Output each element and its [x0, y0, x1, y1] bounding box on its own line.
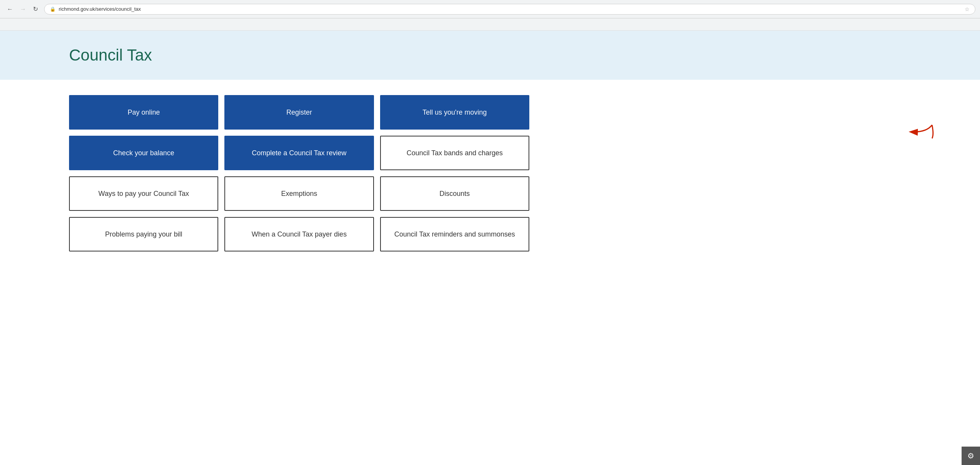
ways-to-pay-tile[interactable]: Ways to pay your Council Tax [69, 176, 218, 211]
address-bar[interactable]: 🔒 richmond.gov.uk/services/council_tax ☆ [44, 4, 975, 15]
arrow-annotation [903, 121, 934, 144]
payer-dies-tile[interactable]: When a Council Tax payer dies [224, 217, 374, 251]
problems-paying-tile[interactable]: Problems paying your bill [69, 217, 218, 251]
url-text: richmond.gov.uk/services/council_tax [59, 6, 962, 12]
complete-review-tile[interactable]: Complete a Council Tax review [224, 136, 374, 170]
bookmark-icon[interactable]: ☆ [965, 6, 970, 12]
back-button[interactable]: ← [5, 4, 15, 14]
browser-chrome: ← → ↻ 🔒 richmond.gov.uk/services/council… [0, 0, 980, 18]
nav-buttons: ← → ↻ [5, 4, 40, 14]
page-header: Council Tax [0, 31, 980, 80]
tiles-grid: Pay online Register Tell us you're movin… [69, 95, 529, 251]
discounts-tile[interactable]: Discounts [380, 176, 529, 211]
reminders-tile[interactable]: Council Tax reminders and summonses [380, 217, 529, 251]
lock-icon: 🔒 [50, 7, 56, 12]
tell-us-moving-tile[interactable]: Tell us you're moving [380, 95, 529, 130]
pay-online-tile[interactable]: Pay online [69, 95, 218, 130]
check-balance-tile[interactable]: Check your balance [69, 136, 218, 170]
refresh-button[interactable]: ↻ [31, 4, 40, 14]
page-title: Council Tax [69, 46, 980, 64]
bands-charges-tile[interactable]: Council Tax bands and charges [380, 136, 529, 170]
browser-toolbar [0, 18, 980, 31]
main-content: Pay online Register Tell us you're movin… [0, 80, 980, 267]
register-tile[interactable]: Register [224, 95, 374, 130]
exemptions-tile[interactable]: Exemptions [224, 176, 374, 211]
forward-button[interactable]: → [18, 4, 28, 14]
